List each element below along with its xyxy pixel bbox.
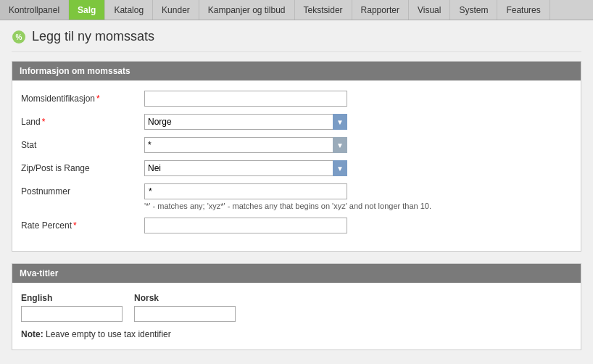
- stat-row: Stat * ▼: [21, 137, 572, 153]
- mva-col-english: English: [21, 293, 123, 322]
- momsidentifikasjon-label: Momsidentifikasjon*: [21, 91, 144, 104]
- momsidentifikasjon-row: Momsidentifikasjon*: [21, 91, 572, 107]
- note-row: Note: Leave empty to use tax identifier: [21, 329, 572, 339]
- mva-columns: English Norsk: [21, 293, 572, 322]
- nav-kampanjer[interactable]: Kampanjer og tilbud: [199, 0, 295, 20]
- top-navigation: Kontrollpanel Salg Katalog Kunder Kampan…: [0, 0, 593, 20]
- stat-field: * ▼: [144, 137, 572, 153]
- mva-english-label: English: [21, 293, 123, 303]
- nav-katalog[interactable]: Katalog: [105, 0, 153, 20]
- land-label: Land*: [21, 114, 144, 127]
- postnummer-field: '*' - matches any; 'xyz*' - matches any …: [144, 183, 572, 210]
- page-content: % Legg til ny momssats Informasjon om mo…: [0, 20, 593, 364]
- nav-rapporter[interactable]: Rapporter: [352, 0, 409, 20]
- land-field: Norge ▼: [144, 114, 572, 130]
- postnummer-label: Postnummer: [21, 183, 144, 197]
- page-title-row: % Legg til ny momssats: [12, 29, 581, 52]
- land-select[interactable]: Norge: [144, 114, 347, 130]
- required-star: *: [96, 94, 100, 104]
- nav-visual[interactable]: Visual: [409, 0, 450, 20]
- postnummer-hint: '*' - matches any; 'xyz*' - matches any …: [144, 202, 572, 210]
- nav-kunder[interactable]: Kunder: [153, 0, 199, 20]
- rate-percent-row: Rate Percent*: [21, 218, 572, 233]
- mva-norsk-input[interactable]: [134, 306, 236, 322]
- mva-norsk-label: Norsk: [134, 293, 236, 303]
- nav-kontrollpanel[interactable]: Kontrollpanel: [0, 0, 69, 20]
- rate-percent-label: Rate Percent*: [21, 218, 144, 231]
- zip-select-wrapper: Nei ▼: [144, 160, 347, 176]
- stat-select[interactable]: *: [144, 137, 347, 153]
- nav-tekstsider[interactable]: Tekstsider: [295, 0, 352, 20]
- nav-features[interactable]: Features: [497, 0, 550, 20]
- postnummer-row: Postnummer '*' - matches any; 'xyz*' - m…: [21, 183, 572, 210]
- land-required-star: *: [42, 117, 46, 127]
- zip-row: Zip/Post is Range Nei ▼: [21, 160, 572, 176]
- mva-panel: Mva-titler English Norsk Note: Leave emp…: [12, 263, 581, 350]
- svg-text:%: %: [16, 33, 22, 41]
- mva-header: Mva-titler: [12, 264, 581, 283]
- momsidentifikasjon-input[interactable]: [144, 91, 347, 107]
- mva-body: English Norsk Note: Leave empty to use t…: [12, 283, 581, 349]
- stat-label: Stat: [21, 137, 144, 150]
- rate-percent-field: [144, 218, 572, 233]
- note-text: Leave empty to use tax identifier: [46, 329, 171, 339]
- rate-required-star: *: [73, 220, 77, 231]
- mva-col-norsk: Norsk: [134, 293, 236, 322]
- postnummer-input[interactable]: [144, 183, 347, 199]
- tax-info-header: Informasjon om momssats: [12, 62, 581, 80]
- page-title: Legg til ny momssats: [32, 29, 154, 44]
- rate-percent-input[interactable]: [144, 218, 347, 233]
- nav-salg[interactable]: Salg: [69, 0, 105, 20]
- mva-english-input[interactable]: [21, 306, 123, 322]
- land-row: Land* Norge ▼: [21, 114, 572, 130]
- zip-select[interactable]: Nei: [144, 160, 347, 176]
- tax-info-panel: Informasjon om momssats Momsidentifikasj…: [12, 61, 581, 252]
- note-label: Note:: [21, 329, 43, 339]
- momsidentifikasjon-field: [144, 91, 572, 107]
- stat-select-wrapper: * ▼: [144, 137, 347, 153]
- nav-system[interactable]: System: [450, 0, 497, 20]
- tax-info-body: Momsidentifikasjon* Land* Norge ▼: [12, 80, 581, 251]
- land-select-wrapper: Norge ▼: [144, 114, 347, 130]
- zip-field: Nei ▼: [144, 160, 572, 176]
- page-icon: %: [12, 30, 26, 44]
- zip-label: Zip/Post is Range: [21, 160, 144, 173]
